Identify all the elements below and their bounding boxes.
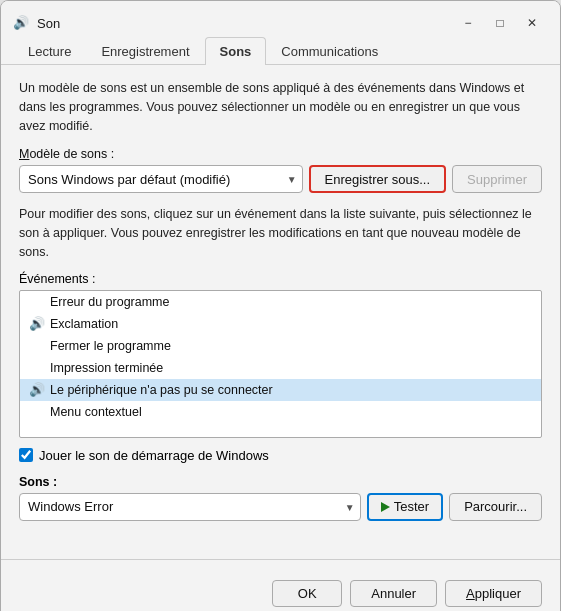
titlebar: 🔊 Son − □ ✕	[1, 1, 560, 37]
startup-checkbox-label[interactable]: Jouer le son de démarrage de Windows	[39, 448, 269, 463]
ok-button[interactable]: OK	[272, 580, 342, 607]
sound-model-select[interactable]: Sons Windows par défaut (modifié)	[19, 165, 303, 193]
event-icon-5	[28, 403, 46, 421]
event-label-1: Exclamation	[50, 317, 118, 331]
startup-sound-row: Jouer le son de démarrage de Windows	[19, 448, 542, 463]
event-item-2[interactable]: Fermer le programme	[20, 335, 541, 357]
event-icon-0	[28, 293, 46, 311]
startup-checkbox[interactable]	[19, 448, 33, 462]
sons-section-label: Sons :	[19, 475, 542, 489]
window-icon: 🔊	[13, 15, 29, 31]
sons-select[interactable]: Windows Error	[19, 493, 361, 521]
play-icon	[381, 502, 390, 512]
window-title: Son	[37, 16, 452, 31]
maximize-button[interactable]: □	[484, 9, 516, 37]
event-label-0: Erreur du programme	[50, 295, 170, 309]
tab-lecture[interactable]: Lecture	[13, 37, 86, 65]
event-icon-2	[28, 337, 46, 355]
save-as-button[interactable]: Enregistrer sous...	[309, 165, 447, 193]
event-label-2: Fermer le programme	[50, 339, 171, 353]
events-list[interactable]: Erreur du programme 🔊 Exclamation Fermer…	[19, 290, 542, 438]
event-item-5[interactable]: Menu contextuel	[20, 401, 541, 423]
event-item-4[interactable]: 🔊 Le périphérique n'a pas pu se connecte…	[20, 379, 541, 401]
sound-model-select-wrapper: Sons Windows par défaut (modifié) ▼	[19, 165, 303, 193]
description-text: Un modèle de sons est un ensemble de son…	[19, 79, 542, 135]
event-label-4: Le périphérique n'a pas pu se connecter	[50, 383, 273, 397]
event-icon-3	[28, 359, 46, 377]
event-item-0[interactable]: Erreur du programme	[20, 291, 541, 313]
event-item-1[interactable]: 🔊 Exclamation	[20, 313, 541, 335]
description2-text: Pour modifier des sons, cliquez sur un é…	[19, 205, 542, 261]
tab-bar: Lecture Enregistrement Sons Communicatio…	[1, 37, 560, 65]
dialog-footer: OK Annuler Appliquer	[1, 572, 560, 612]
titlebar-controls: − □ ✕	[452, 9, 548, 37]
dialog-window: 🔊 Son − □ ✕ Lecture Enregistrement Sons …	[0, 0, 561, 611]
sons-select-wrapper: Windows Error ▼	[19, 493, 361, 521]
event-icon-1: 🔊	[28, 315, 46, 333]
event-item-3[interactable]: Impression terminée	[20, 357, 541, 379]
events-label: Événements :	[19, 272, 542, 286]
tab-communications[interactable]: Communications	[266, 37, 393, 65]
event-label-3: Impression terminée	[50, 361, 163, 375]
tab-content: Un modèle de sons est un ensemble de son…	[1, 65, 560, 551]
tester-button[interactable]: Tester	[367, 493, 443, 521]
tab-enregistrement[interactable]: Enregistrement	[86, 37, 204, 65]
cancel-button[interactable]: Annuler	[350, 580, 437, 607]
event-label-5: Menu contextuel	[50, 405, 142, 419]
event-icon-4: 🔊	[28, 381, 46, 399]
tab-sons[interactable]: Sons	[205, 37, 267, 65]
footer-divider	[1, 559, 560, 560]
minimize-button[interactable]: −	[452, 9, 484, 37]
delete-button[interactable]: Supprimer	[452, 165, 542, 193]
parcourir-button[interactable]: Parcourir...	[449, 493, 542, 521]
sound-model-row: Sons Windows par défaut (modifié) ▼ Enre…	[19, 165, 542, 193]
sound-model-label: Modèle de sons :	[19, 147, 542, 161]
apply-label: ppliquer	[475, 586, 521, 601]
tester-label: Tester	[394, 499, 429, 514]
apply-button[interactable]: Appliquer	[445, 580, 542, 607]
close-button[interactable]: ✕	[516, 9, 548, 37]
sons-control-row: Windows Error ▼ Tester Parcourir...	[19, 493, 542, 521]
